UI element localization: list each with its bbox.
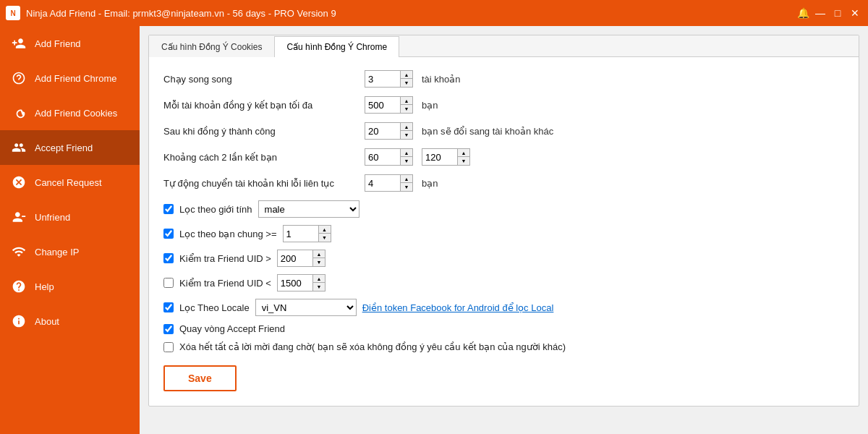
chrome-icon	[10, 69, 27, 87]
sidebar-item-accept-friend[interactable]: Accept Friend	[0, 130, 140, 165]
tab-chrome[interactable]: Cấu hình Đồng Ý Chrome	[274, 36, 399, 57]
sidebar: Add Friend Add Friend Chrome Add Friend …	[0, 26, 140, 434]
sidebar-item-about[interactable]: About	[0, 304, 140, 339]
sidebar-label-accept-friend: Accept Friend	[35, 142, 93, 153]
locale-link[interactable]: Điền token Facebook for Android để lọc L…	[362, 302, 554, 313]
sidebar-label-unfriend: Unfriend	[35, 212, 70, 223]
spin-up-uidlt[interactable]: ▲	[313, 275, 325, 283]
help-icon	[10, 278, 27, 295]
suffix-moi-tk: bạn	[422, 100, 438, 111]
input-tu-dong[interactable]	[365, 175, 400, 191]
spin-down-moi[interactable]: ▼	[401, 105, 412, 113]
input-chay-song-song[interactable]	[365, 71, 400, 87]
suffix-sau-khi: bạn sẽ đổi sang tài khoản khác	[422, 126, 553, 137]
spin-down-bc[interactable]: ▼	[319, 234, 331, 242]
label-chay-song-song: Chạy song song	[163, 74, 359, 85]
spin-up-bc[interactable]: ▲	[319, 226, 331, 234]
input-sau-khi[interactable]	[365, 123, 400, 139]
spin-btns-bc: ▲ ▼	[318, 226, 331, 242]
spin-btns-uidgt: ▲ ▼	[312, 250, 325, 266]
close-button[interactable]: ✕	[848, 6, 862, 20]
row-moi-tk: Mỗi tài khoản đồng ý kết bạn tối đa ▲ ▼ …	[163, 96, 844, 114]
spinner-sau-khi[interactable]: ▲ ▼	[365, 122, 413, 140]
network-icon	[10, 243, 27, 260]
spinner-khoang-cach-2[interactable]: ▲ ▼	[422, 148, 470, 166]
spin-down-kc1[interactable]: ▼	[401, 157, 412, 165]
row-sau-khi: Sau khi đồng ý thành công ▲ ▼ bạn sẽ đổi…	[163, 122, 844, 140]
spin-btns-moi: ▲ ▼	[400, 97, 412, 113]
spin-down-sau[interactable]: ▼	[401, 131, 412, 139]
checkbox-loc-gioi-tinh[interactable]	[163, 204, 174, 214]
window-controls: 🔔 — □ ✕	[796, 6, 862, 20]
bell-button[interactable]: 🔔	[796, 6, 810, 20]
spin-btns-kc1: ▲ ▼	[400, 149, 412, 165]
spin-down-uidlt[interactable]: ▼	[313, 283, 325, 291]
app-title: Ninja Add Friend - Email: prmkt3@ninjate…	[26, 8, 796, 19]
row-xoa-het: Xóa hết tất cả lời mời đang chờ( bạn sẽ …	[163, 341, 844, 352]
row-tu-dong: Tự động chuyển tài khoản khi lỗi liên tụ…	[163, 174, 844, 192]
checkbox-quay-vong[interactable]	[163, 324, 174, 334]
unfriend-icon	[10, 208, 27, 226]
suffix-tu-dong: bạn	[422, 178, 438, 189]
spin-btns-uidlt: ▲ ▼	[312, 275, 325, 291]
sidebar-item-add-friend-chrome[interactable]: Add Friend Chrome	[0, 61, 140, 95]
spinner-ban-chung[interactable]: ▲ ▼	[283, 225, 331, 242]
spin-down-chay[interactable]: ▼	[401, 79, 412, 87]
spin-btns-kc2: ▲ ▼	[457, 149, 469, 165]
spin-up-moi[interactable]: ▲	[401, 97, 412, 105]
maximize-button[interactable]: □	[830, 6, 845, 20]
spinner-tu-dong[interactable]: ▲ ▼	[365, 174, 413, 192]
input-uid-gt[interactable]	[278, 250, 312, 266]
sidebar-item-add-friend[interactable]: Add Friend	[0, 26, 140, 61]
spin-up-sau[interactable]: ▲	[401, 123, 412, 131]
spinner-moi-tk[interactable]: ▲ ▼	[365, 96, 413, 114]
checkbox-xoa-het[interactable]	[163, 342, 174, 352]
label-loc-locale: Lọc Theo Locale	[179, 302, 250, 313]
tab-container: Cấu hình Đồng Ý Cookies Cấu hình Đồng Ý …	[148, 35, 859, 407]
label-tu-dong: Tự động chuyển tài khoản khi lỗi liên tụ…	[163, 178, 359, 189]
checkbox-uid-gt[interactable]	[163, 253, 174, 263]
spinner-uid-gt[interactable]: ▲ ▼	[277, 250, 326, 267]
checkbox-uid-lt[interactable]	[163, 278, 174, 288]
input-khoang-cach-1[interactable]	[365, 149, 400, 165]
checkbox-loc-ban-chung[interactable]	[163, 229, 174, 239]
label-sau-khi: Sau khi đồng ý thành công	[163, 126, 359, 137]
spin-up-chay[interactable]: ▲	[401, 71, 412, 79]
sidebar-item-add-friend-cookies[interactable]: Add Friend Cookies	[0, 95, 140, 130]
label-uid-lt: Kiểm tra Friend UID <	[179, 278, 271, 289]
spin-up-kc2[interactable]: ▲	[458, 149, 469, 157]
sidebar-item-help[interactable]: Help	[0, 269, 140, 304]
input-ban-chung[interactable]	[284, 226, 318, 242]
spin-down-td[interactable]: ▼	[401, 183, 412, 191]
spin-down-kc2[interactable]: ▼	[458, 157, 469, 165]
checkbox-loc-locale[interactable]	[163, 302, 174, 312]
spinner-chay-song-song[interactable]: ▲ ▼	[365, 70, 413, 88]
spin-btns-chay: ▲ ▼	[400, 71, 412, 87]
sidebar-item-unfriend[interactable]: Unfriend	[0, 200, 140, 234]
minimize-button[interactable]: —	[813, 6, 827, 20]
person-add-icon	[10, 35, 27, 52]
cancel-icon	[10, 174, 27, 191]
spinner-khoang-cach-1[interactable]: ▲ ▼	[365, 148, 413, 166]
tab-cookies[interactable]: Cấu hình Đồng Ý Cookies	[149, 36, 274, 57]
input-uid-lt[interactable]	[278, 275, 312, 291]
label-loc-ban-chung: Lọc theo bạn chung >=	[179, 229, 277, 239]
spin-up-uidgt[interactable]: ▲	[313, 250, 325, 258]
spin-up-kc1[interactable]: ▲	[401, 149, 412, 157]
input-moi-tk[interactable]	[365, 97, 400, 113]
select-locale[interactable]: vi_VN en_US en_GB	[255, 299, 357, 316]
spinner-uid-lt[interactable]: ▲ ▼	[277, 274, 326, 292]
sidebar-label-change-ip: Change IP	[35, 247, 79, 258]
tab-header: Cấu hình Đồng Ý Cookies Cấu hình Đồng Ý …	[149, 35, 859, 57]
select-gioi-tinh[interactable]: male female all	[258, 200, 359, 218]
spin-up-td[interactable]: ▲	[401, 175, 412, 183]
people-icon	[10, 139, 27, 156]
row-uid-gt: Kiểm tra Friend UID > ▲ ▼	[163, 250, 844, 267]
save-button[interactable]: Save	[163, 365, 237, 391]
input-khoang-cach-2[interactable]	[422, 149, 457, 165]
sidebar-item-cancel-request[interactable]: Cancel Request	[0, 165, 140, 200]
sidebar-label-help: Help	[35, 281, 54, 292]
sidebar-item-change-ip[interactable]: Change IP	[0, 234, 140, 269]
sidebar-label-add-friend: Add Friend	[35, 38, 81, 49]
spin-down-uidgt[interactable]: ▼	[313, 258, 325, 266]
